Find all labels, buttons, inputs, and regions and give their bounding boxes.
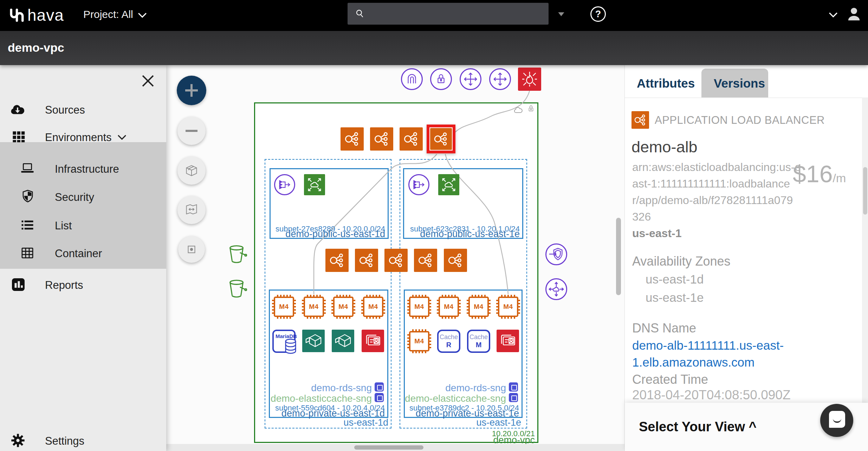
az-label: us-east-1e — [476, 417, 521, 428]
ec2-m4-instance[interactable]: M4 — [436, 294, 461, 319]
hava-logo-text[interactable]: hava — [27, 6, 64, 25]
cache-master-node[interactable]: Cache M — [467, 330, 490, 353]
box-3d-icon — [184, 163, 199, 178]
database-icon — [284, 338, 298, 354]
sidebar-item-sources[interactable]: Sources — [0, 96, 166, 123]
map-icon — [184, 203, 199, 217]
waf-icon[interactable] — [518, 68, 541, 91]
canvas-horizontal-scrollbar[interactable] — [354, 445, 423, 450]
ec2-m4-instance[interactable]: M4 — [466, 294, 491, 319]
created-value: 2018-04-20T04:08:50.090Z — [632, 388, 791, 402]
attributes-panel: Attributes Versions APPLICATION LOAD BAL… — [624, 65, 868, 451]
sidebar-item-label: Infrastructure — [55, 163, 119, 176]
shield-icon — [20, 189, 35, 204]
chevron-down-icon — [138, 12, 147, 18]
load-balancer-icon[interactable] — [325, 249, 349, 272]
zoom-out-button[interactable] — [177, 117, 206, 145]
center-view-button[interactable] — [178, 236, 205, 263]
region-label: us-east-1 — [632, 227, 682, 240]
sidebar-item-infrastructure[interactable]: Infrastructure — [0, 155, 166, 182]
plus-icon — [185, 84, 198, 97]
ec2-m4-instance[interactable]: M4 — [495, 294, 521, 319]
load-balancer-icon[interactable] — [400, 127, 423, 151]
chat-launcher[interactable] — [820, 404, 853, 437]
tab-attributes[interactable]: Attributes — [637, 76, 695, 90]
sidebar-item-container[interactable]: Container — [0, 239, 166, 267]
load-balancer-icon[interactable] — [384, 249, 408, 272]
sidebar-item-settings[interactable]: Settings — [0, 427, 166, 451]
panel-scrollbar[interactable] — [863, 167, 867, 215]
nat-gateway-icon[interactable] — [304, 174, 325, 195]
sidebar-item-list[interactable]: List — [0, 211, 166, 239]
container-cube-icon[interactable] — [332, 330, 354, 352]
load-balancer-icon[interactable] — [444, 249, 467, 272]
user-chevron-icon[interactable] — [829, 12, 838, 18]
sidebar-item-reports[interactable]: Reports — [0, 271, 166, 298]
help-glyph: ? — [595, 9, 601, 20]
ec2-m4-instance[interactable]: M4 — [407, 294, 432, 319]
ec2-m4-instance[interactable]: M4 — [271, 294, 297, 319]
ec2-m4-instance[interactable]: M4 — [331, 294, 356, 319]
sidebar-item-label: Security — [55, 191, 94, 204]
endpoint-shield-icon[interactable] — [545, 243, 567, 265]
close-icon[interactable] — [140, 73, 156, 89]
resource-type-label: APPLICATION LOAD BALANCER — [655, 114, 825, 127]
load-balancer-selected[interactable] — [427, 125, 455, 153]
identity-card-icon[interactable] — [497, 330, 519, 352]
dns-link-line[interactable]: 1.elb.amazonaws.com — [632, 355, 754, 369]
load-balancer-icon[interactable] — [341, 127, 364, 151]
sidebar-item-security[interactable]: Security — [0, 183, 166, 210]
list-icon — [20, 217, 35, 233]
chevron-down-icon — [117, 134, 127, 140]
sidebar-item-environments[interactable]: Environments — [0, 123, 166, 151]
search-input[interactable] — [372, 8, 541, 19]
load-balancer-icon[interactable] — [414, 249, 437, 272]
mariadb-instance[interactable]: MariaDB — [272, 330, 296, 353]
security-group-icon — [509, 393, 518, 402]
table-grid-icon — [20, 245, 35, 261]
internet-gateway-icon[interactable] — [401, 68, 423, 90]
diagram-header-bar: demo-vpc — [0, 31, 868, 65]
ec2-m4-instance[interactable]: M4 — [407, 329, 432, 354]
search-dropdown-icon[interactable] — [557, 12, 565, 17]
security-group-label: demo-rds-sng — [311, 382, 372, 394]
laptop-icon — [20, 161, 35, 176]
s3-bucket-icon[interactable] — [226, 277, 248, 300]
az-header: Availability Zones — [632, 254, 730, 269]
hava-app: hava Project: All ? demo-vpc SHARE EXPOR… — [0, 0, 868, 451]
route-table-arrows-icon[interactable] — [460, 68, 481, 90]
az-item: us-east-1e — [646, 291, 704, 305]
load-balancer-icon[interactable] — [370, 127, 393, 151]
3d-view-button[interactable] — [177, 157, 206, 185]
fit-map-button[interactable] — [177, 196, 206, 224]
project-selector[interactable]: Project: All — [83, 8, 133, 20]
help-button[interactable]: ? — [590, 6, 606, 22]
dns-link-line[interactable]: demo-alb-11111111.us-east- — [632, 338, 784, 352]
cloud-routes-icon[interactable] — [545, 278, 567, 300]
ec2-m4-instance[interactable]: M4 — [361, 294, 386, 319]
tab-versions-label[interactable]: Versions — [714, 76, 765, 90]
route-table-icon[interactable] — [274, 174, 295, 195]
user-avatar-icon[interactable] — [845, 5, 863, 23]
hava-logo-icon[interactable] — [8, 6, 26, 25]
route-table-arrows-icon[interactable] — [489, 68, 511, 90]
search-box[interactable] — [348, 3, 549, 25]
cache-replica-node[interactable]: Cache R — [437, 330, 460, 353]
nat-gateway-icon[interactable] — [438, 174, 459, 195]
select-view-label: Select Your View ^ — [639, 419, 757, 434]
gear-icon — [10, 432, 26, 449]
dns-label: DNS Name — [632, 321, 696, 336]
s3-bucket-icon[interactable] — [226, 243, 248, 265]
security-group-label: demo-elasticcache-sng — [405, 393, 506, 404]
identity-card-icon[interactable] — [362, 330, 384, 352]
arn-line: arn:aws:elasticloadbalancing:us-e — [632, 159, 801, 176]
network-acl-lock-icon[interactable] — [430, 68, 452, 90]
container-cube-icon[interactable] — [302, 330, 325, 352]
created-label: Created Time — [632, 372, 708, 387]
load-balancer-icon[interactable] — [355, 249, 378, 272]
sidebar-item-label: Settings — [45, 435, 84, 447]
route-table-icon[interactable] — [408, 174, 429, 195]
ec2-m4-instance[interactable]: M4 — [301, 294, 326, 319]
zoom-in-button[interactable] — [177, 76, 206, 105]
canvas-vertical-scrollbar[interactable] — [616, 218, 621, 295]
